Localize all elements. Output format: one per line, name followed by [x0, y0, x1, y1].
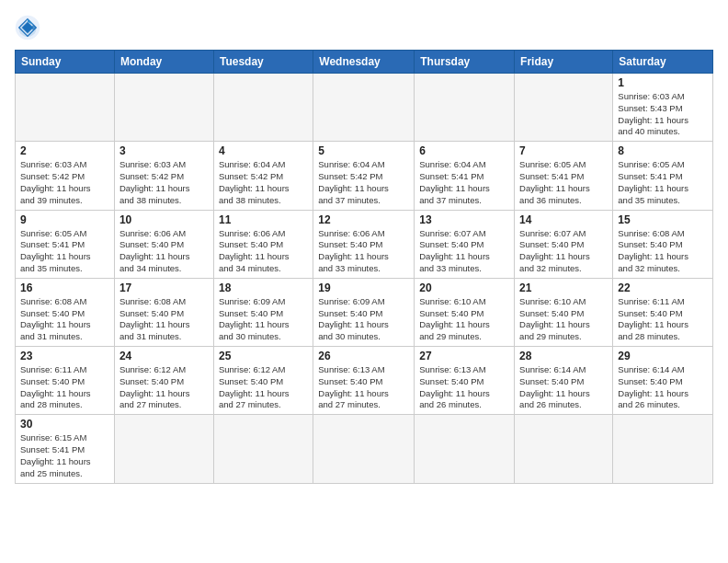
- day-info: Sunrise: 6:04 AM Sunset: 5:42 PM Dayligh…: [219, 159, 308, 206]
- day-info: Sunrise: 6:06 AM Sunset: 5:40 PM Dayligh…: [318, 228, 409, 275]
- logo-icon: [15, 15, 40, 40]
- day-number: 5: [318, 144, 409, 157]
- day-number: 27: [419, 350, 509, 362]
- calendar-cell: [16, 74, 115, 142]
- day-number: 20: [419, 282, 509, 294]
- day-info: Sunrise: 6:15 AM Sunset: 5:41 PM Dayligh…: [20, 432, 109, 479]
- day-number: 4: [219, 144, 308, 157]
- day-number: 11: [219, 213, 308, 226]
- calendar-week-1: 1Sunrise: 6:03 AM Sunset: 5:43 PM Daylig…: [16, 74, 713, 142]
- day-number: 13: [419, 213, 509, 226]
- calendar-cell: 26Sunrise: 6:13 AM Sunset: 5:40 PM Dayli…: [313, 347, 415, 415]
- day-number: 17: [119, 282, 209, 294]
- day-number: 12: [318, 213, 409, 226]
- day-info: Sunrise: 6:13 AM Sunset: 5:40 PM Dayligh…: [419, 364, 509, 411]
- day-number: 6: [419, 144, 509, 157]
- calendar-cell: 30Sunrise: 6:15 AM Sunset: 5:41 PM Dayli…: [16, 415, 115, 483]
- day-number: 14: [519, 213, 608, 226]
- calendar-cell: 2Sunrise: 6:03 AM Sunset: 5:42 PM Daylig…: [16, 142, 115, 210]
- calendar-cell: 28Sunrise: 6:14 AM Sunset: 5:40 PM Dayli…: [515, 347, 613, 415]
- day-number: 22: [618, 282, 708, 294]
- calendar-cell: 24Sunrise: 6:12 AM Sunset: 5:40 PM Dayli…: [114, 347, 213, 415]
- day-number: 15: [618, 213, 708, 226]
- calendar-week-2: 2Sunrise: 6:03 AM Sunset: 5:42 PM Daylig…: [16, 142, 713, 210]
- calendar-cell: 15Sunrise: 6:08 AM Sunset: 5:40 PM Dayli…: [613, 210, 713, 278]
- day-info: Sunrise: 6:07 AM Sunset: 5:40 PM Dayligh…: [519, 228, 608, 275]
- calendar-cell: [213, 415, 313, 483]
- day-info: Sunrise: 6:03 AM Sunset: 5:42 PM Dayligh…: [20, 159, 109, 206]
- calendar-cell: 18Sunrise: 6:09 AM Sunset: 5:40 PM Dayli…: [213, 278, 313, 346]
- weekday-header-friday: Friday: [515, 51, 613, 74]
- weekday-header-wednesday: Wednesday: [313, 51, 415, 74]
- day-number: 26: [318, 350, 409, 362]
- calendar-cell: 5Sunrise: 6:04 AM Sunset: 5:42 PM Daylig…: [313, 142, 415, 210]
- calendar-cell: 4Sunrise: 6:04 AM Sunset: 5:42 PM Daylig…: [213, 142, 313, 210]
- day-info: Sunrise: 6:08 AM Sunset: 5:40 PM Dayligh…: [119, 296, 209, 343]
- day-info: Sunrise: 6:09 AM Sunset: 5:40 PM Dayligh…: [318, 296, 409, 343]
- day-info: Sunrise: 6:10 AM Sunset: 5:40 PM Dayligh…: [519, 296, 608, 343]
- day-info: Sunrise: 6:03 AM Sunset: 5:43 PM Dayligh…: [618, 91, 708, 138]
- day-info: Sunrise: 6:12 AM Sunset: 5:40 PM Dayligh…: [219, 364, 308, 411]
- calendar-week-6: 30Sunrise: 6:15 AM Sunset: 5:41 PM Dayli…: [16, 415, 713, 483]
- calendar-cell: [213, 74, 313, 142]
- day-number: 24: [119, 350, 209, 362]
- calendar-cell: [515, 74, 613, 142]
- day-number: 19: [318, 282, 409, 294]
- calendar-cell: 27Sunrise: 6:13 AM Sunset: 5:40 PM Dayli…: [415, 347, 515, 415]
- day-number: 3: [119, 144, 209, 157]
- day-info: Sunrise: 6:11 AM Sunset: 5:40 PM Dayligh…: [20, 364, 109, 411]
- calendar-week-4: 16Sunrise: 6:08 AM Sunset: 5:40 PM Dayli…: [16, 278, 713, 346]
- calendar-cell: 1Sunrise: 6:03 AM Sunset: 5:43 PM Daylig…: [613, 74, 713, 142]
- calendar-cell: 17Sunrise: 6:08 AM Sunset: 5:40 PM Dayli…: [114, 278, 213, 346]
- weekday-header-row: SundayMondayTuesdayWednesdayThursdayFrid…: [16, 51, 713, 74]
- day-number: 21: [519, 282, 608, 294]
- day-number: 10: [119, 213, 209, 226]
- weekday-header-monday: Monday: [114, 51, 213, 74]
- day-info: Sunrise: 6:14 AM Sunset: 5:40 PM Dayligh…: [618, 364, 708, 411]
- day-info: Sunrise: 6:11 AM Sunset: 5:40 PM Dayligh…: [618, 296, 708, 343]
- day-number: 1: [618, 76, 708, 89]
- calendar-cell: 9Sunrise: 6:05 AM Sunset: 5:41 PM Daylig…: [16, 210, 115, 278]
- day-info: Sunrise: 6:06 AM Sunset: 5:40 PM Dayligh…: [119, 228, 209, 275]
- day-info: Sunrise: 6:05 AM Sunset: 5:41 PM Dayligh…: [20, 228, 109, 275]
- calendar-cell: 10Sunrise: 6:06 AM Sunset: 5:40 PM Dayli…: [114, 210, 213, 278]
- weekday-header-thursday: Thursday: [415, 51, 515, 74]
- day-info: Sunrise: 6:06 AM Sunset: 5:40 PM Dayligh…: [219, 228, 308, 275]
- day-info: Sunrise: 6:08 AM Sunset: 5:40 PM Dayligh…: [20, 296, 109, 343]
- calendar-cell: 8Sunrise: 6:05 AM Sunset: 5:41 PM Daylig…: [613, 142, 713, 210]
- day-info: Sunrise: 6:08 AM Sunset: 5:40 PM Dayligh…: [618, 228, 708, 275]
- day-info: Sunrise: 6:14 AM Sunset: 5:40 PM Dayligh…: [519, 364, 608, 411]
- header: [15, 15, 713, 40]
- calendar-cell: 7Sunrise: 6:05 AM Sunset: 5:41 PM Daylig…: [515, 142, 613, 210]
- logo: [15, 15, 48, 40]
- day-info: Sunrise: 6:05 AM Sunset: 5:41 PM Dayligh…: [519, 159, 608, 206]
- calendar-cell: 3Sunrise: 6:03 AM Sunset: 5:42 PM Daylig…: [114, 142, 213, 210]
- calendar-cell: 13Sunrise: 6:07 AM Sunset: 5:40 PM Dayli…: [415, 210, 515, 278]
- calendar-cell: 12Sunrise: 6:06 AM Sunset: 5:40 PM Dayli…: [313, 210, 415, 278]
- day-number: 18: [219, 282, 308, 294]
- day-info: Sunrise: 6:05 AM Sunset: 5:41 PM Dayligh…: [618, 159, 708, 206]
- calendar-cell: [515, 415, 613, 483]
- calendar-cell: 22Sunrise: 6:11 AM Sunset: 5:40 PM Dayli…: [613, 278, 713, 346]
- calendar-table: SundayMondayTuesdayWednesdayThursdayFrid…: [15, 50, 713, 484]
- calendar-cell: 21Sunrise: 6:10 AM Sunset: 5:40 PM Dayli…: [515, 278, 613, 346]
- day-number: 2: [20, 144, 109, 157]
- weekday-header-saturday: Saturday: [613, 51, 713, 74]
- day-number: 25: [219, 350, 308, 362]
- calendar-cell: [114, 74, 213, 142]
- calendar-cell: [313, 74, 415, 142]
- day-number: 9: [20, 213, 109, 226]
- day-number: 28: [519, 350, 608, 362]
- day-info: Sunrise: 6:10 AM Sunset: 5:40 PM Dayligh…: [419, 296, 509, 343]
- day-info: Sunrise: 6:13 AM Sunset: 5:40 PM Dayligh…: [318, 364, 409, 411]
- calendar-cell: [114, 415, 213, 483]
- logo-area: [15, 15, 48, 40]
- calendar-cell: 19Sunrise: 6:09 AM Sunset: 5:40 PM Dayli…: [313, 278, 415, 346]
- day-number: 30: [20, 418, 109, 431]
- calendar-cell: 23Sunrise: 6:11 AM Sunset: 5:40 PM Dayli…: [16, 347, 115, 415]
- calendar-cell: [613, 415, 713, 483]
- weekday-header-sunday: Sunday: [16, 51, 115, 74]
- day-info: Sunrise: 6:03 AM Sunset: 5:42 PM Dayligh…: [119, 159, 209, 206]
- day-number: 23: [20, 350, 109, 362]
- page: SundayMondayTuesdayWednesdayThursdayFrid…: [0, 0, 728, 563]
